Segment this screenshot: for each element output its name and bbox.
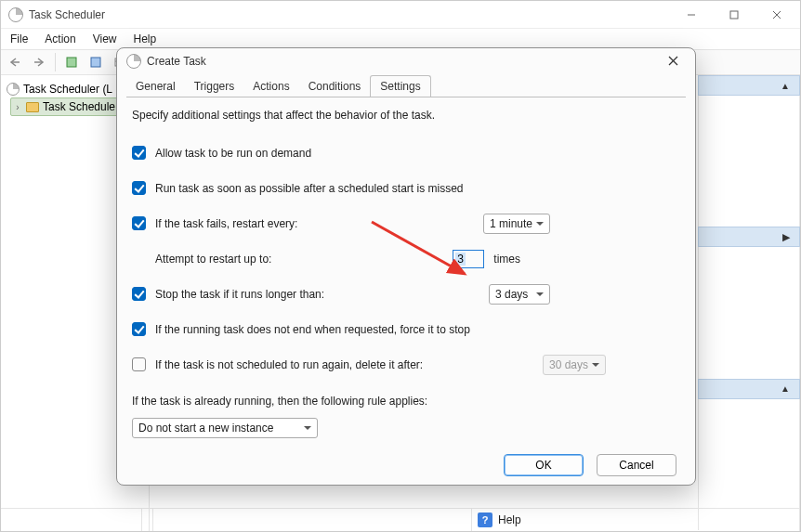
restart-every-label: If the task fails, restart every:	[155, 217, 297, 230]
settings-description: Specify additional settings that affect …	[132, 109, 680, 122]
run-asap-checkbox[interactable]	[132, 181, 146, 195]
menubar: File Action View Help	[1, 29, 800, 49]
tab-triggers[interactable]: Triggers	[185, 76, 244, 97]
delete-after-checkbox[interactable]	[132, 357, 146, 371]
rule-text: If the task is already running, then the…	[132, 395, 680, 408]
app-icon	[8, 7, 23, 22]
scheduler-icon	[7, 83, 20, 96]
actions-panel-header-3[interactable]: ▲	[698, 379, 800, 399]
force-stop-label: If the running task does not end when re…	[155, 323, 470, 336]
toolbar-btn-1[interactable]	[61, 52, 82, 72]
ok-button-label: OK	[535, 459, 551, 472]
actions-panel-header-1[interactable]: ▲	[698, 75, 800, 96]
dialog-icon	[126, 54, 141, 69]
delete-after-select: 30 days	[543, 355, 606, 375]
tab-actions[interactable]: Actions	[243, 76, 298, 97]
tab-settings[interactable]: Settings	[370, 75, 430, 97]
dialog-title: Create Task	[147, 55, 206, 68]
stop-longer-select[interactable]: 3 days	[489, 284, 550, 305]
stop-longer-checkbox[interactable]	[132, 287, 146, 301]
cancel-button[interactable]: Cancel	[597, 454, 676, 476]
status-cell-1	[1, 509, 142, 531]
chevron-up-icon: ▲	[781, 383, 790, 394]
menu-file[interactable]: File	[10, 32, 28, 45]
close-button[interactable]	[755, 1, 798, 29]
attempt-count-input[interactable]: 3	[453, 250, 484, 268]
svg-rect-1	[730, 11, 738, 19]
tab-general[interactable]: General	[126, 76, 185, 97]
dialog-close-button[interactable]	[660, 50, 686, 72]
delete-after-value: 30 days	[549, 358, 588, 371]
force-stop-checkbox[interactable]	[132, 322, 146, 336]
actions-panel-header-2[interactable]: ▶	[698, 227, 800, 247]
nav-back-button[interactable]	[5, 52, 25, 72]
attempt-count-value: 3	[455, 253, 466, 266]
allow-on-demand-label: Allow task to be run on demand	[155, 147, 311, 160]
actions-panel-body-2	[698, 247, 800, 378]
restart-every-value: 1 minute	[490, 217, 532, 230]
maximize-button[interactable]	[713, 1, 755, 29]
create-task-dialog: Create Task General Triggers Actions Con…	[116, 47, 696, 486]
status-bar: ? Help	[1, 508, 800, 531]
nav-forward-button[interactable]	[29, 52, 49, 72]
status-cell-2	[153, 509, 472, 531]
dialog-tabs: General Triggers Actions Conditions Sett…	[117, 74, 695, 97]
chevron-right-icon: ▶	[782, 231, 790, 243]
menu-help[interactable]: Help	[134, 32, 157, 45]
tree-root-label: Task Scheduler (L	[23, 83, 112, 96]
status-help[interactable]: ? Help	[472, 509, 800, 531]
dialog-titlebar: Create Task	[117, 48, 695, 74]
svg-rect-7	[91, 58, 100, 67]
restart-every-checkbox[interactable]	[132, 216, 146, 230]
help-icon: ?	[478, 513, 492, 527]
menu-view[interactable]: View	[93, 32, 117, 45]
toolbar-btn-2[interactable]	[85, 52, 106, 72]
minimize-button[interactable]	[670, 1, 713, 29]
titlebar: Task Scheduler	[1, 1, 800, 29]
task-scheduler-window: Task Scheduler File Action View Help	[0, 0, 801, 532]
stop-longer-label: Stop the task if it runs longer than:	[155, 288, 324, 301]
chevron-up-icon: ▲	[781, 81, 790, 91]
tab-conditions[interactable]: Conditions	[299, 76, 371, 97]
svg-rect-6	[67, 58, 76, 67]
status-help-label: Help	[498, 513, 521, 526]
window-controls	[670, 1, 798, 29]
tree-child-label: Task Schedule	[43, 100, 115, 113]
folder-icon	[26, 102, 39, 112]
rule-value: Do not start a new instance	[138, 422, 273, 435]
ok-button[interactable]: OK	[504, 454, 584, 476]
cancel-button-label: Cancel	[619, 459, 653, 472]
rule-select[interactable]: Do not start a new instance	[132, 418, 318, 438]
toolbar-separator	[55, 53, 56, 71]
allow-on-demand-checkbox[interactable]	[132, 146, 146, 160]
attempt-label: Attempt to restart up to:	[155, 253, 271, 266]
status-splitter[interactable]	[142, 509, 153, 531]
times-label: times	[493, 253, 520, 266]
delete-after-label: If the task is not scheduled to run agai…	[155, 358, 423, 371]
settings-tab-body: Specify additional settings that affect …	[126, 97, 686, 447]
restart-every-select[interactable]: 1 minute	[483, 214, 550, 234]
window-title: Task Scheduler	[29, 8, 105, 21]
actions-panel-body-1	[698, 96, 800, 227]
tree-expand-icon[interactable]: ›	[13, 102, 22, 112]
menu-action[interactable]: Action	[45, 32, 75, 45]
run-asap-label: Run task as soon as possible after a sch…	[155, 182, 464, 195]
dialog-buttons: OK Cancel	[117, 447, 695, 485]
stop-longer-value: 3 days	[495, 288, 528, 301]
